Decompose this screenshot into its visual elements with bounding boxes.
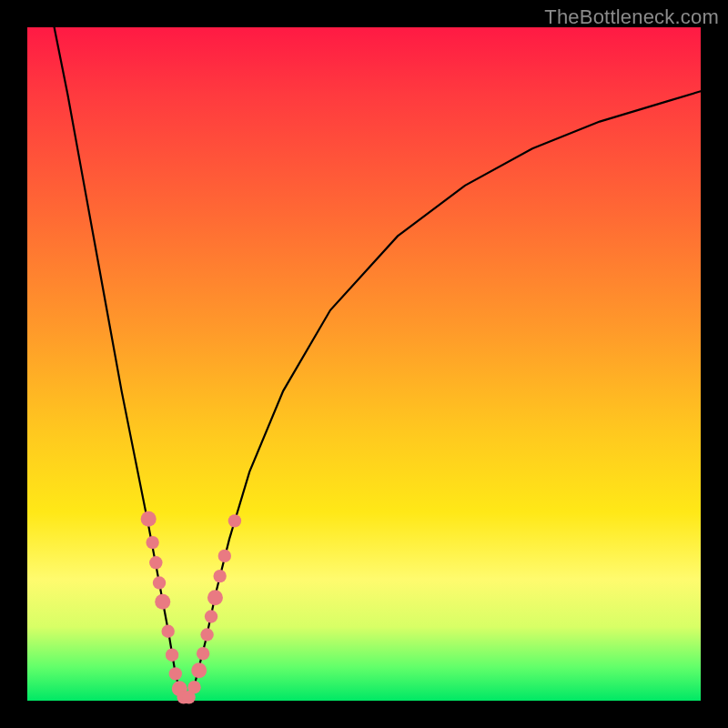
marker-dot <box>213 570 226 582</box>
bottleneck-curve <box>55 27 701 701</box>
marker-dot <box>166 648 178 661</box>
marker-dot <box>207 590 223 605</box>
marker-dot <box>187 681 200 693</box>
marker-dot <box>161 625 174 638</box>
marker-dot <box>197 647 209 660</box>
marker-dot <box>169 667 182 680</box>
marker-dot <box>228 514 241 527</box>
marker-dot <box>141 511 157 527</box>
marker-dot <box>155 594 170 610</box>
marker-dot <box>146 536 158 549</box>
outer-frame: TheBottleneck.com <box>0 0 728 728</box>
marker-dot <box>153 576 166 589</box>
marker-dot <box>191 662 207 678</box>
marker-dot <box>149 556 162 569</box>
curve-layer <box>55 27 701 701</box>
marker-layer <box>141 511 241 704</box>
marker-dot <box>205 610 217 622</box>
marker-dot <box>218 550 231 562</box>
watermark-text: TheBottleneck.com <box>544 5 719 29</box>
marker-dot <box>200 628 213 641</box>
plot-area <box>27 27 701 701</box>
chart-svg <box>27 27 701 701</box>
